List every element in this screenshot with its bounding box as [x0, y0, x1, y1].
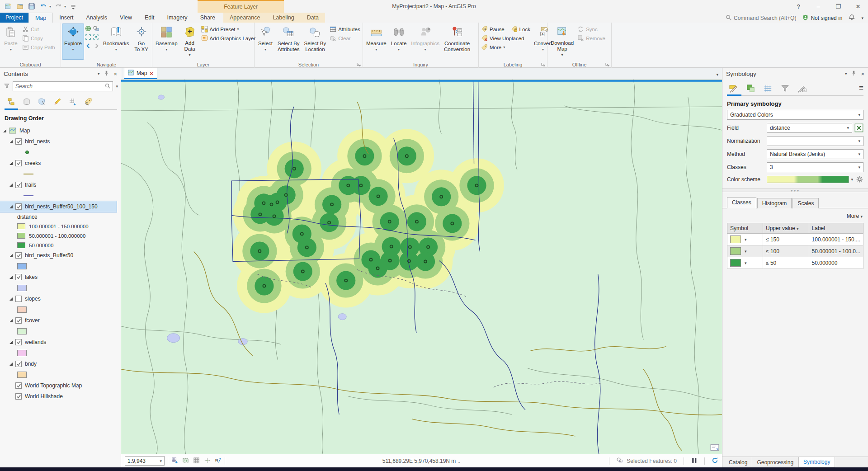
list-by-editing-icon[interactable]	[51, 96, 64, 108]
zoom-to-selection-icon[interactable]	[93, 25, 99, 33]
tree-item-bird_nests_Buffer50_100_150[interactable]: bird_nests_Buffer50_100_150	[0, 201, 117, 212]
layer-checkbox[interactable]	[15, 160, 22, 166]
color-scheme-bar[interactable]	[767, 176, 849, 183]
layer-checkbox[interactable]	[15, 274, 22, 280]
layer-symbol[interactable]	[0, 369, 121, 380]
view-unplaced-button[interactable]: View Unplaced	[480, 34, 532, 42]
edit-vertices-icon[interactable]	[182, 457, 189, 465]
sign-in-status[interactable]: Not signed in	[802, 14, 842, 22]
lock-button[interactable]: Lock	[509, 25, 532, 33]
notifications-icon[interactable]	[849, 14, 855, 22]
go-to-xy-button[interactable]: GoTo XY	[132, 24, 151, 60]
dialog-launcher-icon[interactable]	[541, 62, 546, 67]
open-project-icon[interactable]	[15, 2, 24, 11]
layer-checkbox[interactable]	[15, 182, 22, 188]
measure-button[interactable]: Measure▾	[364, 24, 389, 60]
attributes-button[interactable]: Attributes	[328, 25, 362, 33]
masking-icon[interactable]	[778, 82, 791, 94]
save-project-icon[interactable]	[27, 2, 36, 11]
close-icon[interactable]: ×	[113, 71, 117, 77]
pin-icon[interactable]	[851, 71, 856, 77]
layer-checkbox[interactable]	[15, 382, 22, 389]
layer-symbol[interactable]	[0, 304, 121, 315]
customize-qat-icon[interactable]	[69, 2, 78, 11]
coordinate-conversion-button[interactable]: CoordinateConversion	[442, 24, 472, 60]
layer-symbol[interactable]	[0, 169, 121, 179]
select-by-attributes-button[interactable]: Select ByAttributes	[275, 24, 302, 60]
gear-icon[interactable]	[856, 175, 863, 183]
dock-tab-geoprocessing[interactable]: Geoprocessing	[752, 457, 798, 467]
dock-tab-catalog[interactable]: Catalog	[724, 457, 752, 467]
class-row[interactable]: ▾≤ 150100.000001 - 150....	[727, 234, 863, 245]
restore-button[interactable]: ❐	[828, 0, 848, 13]
vary-symbology-icon[interactable]	[744, 82, 757, 94]
full-extent-icon[interactable]	[85, 25, 91, 33]
dock-tab-symbology[interactable]: Symbology	[798, 457, 835, 467]
layer-symbol[interactable]	[0, 283, 121, 293]
help-button[interactable]: ?	[788, 0, 808, 13]
more-dropdown[interactable]: More ▾	[727, 211, 863, 223]
locate-button[interactable]: Locate▾	[389, 24, 409, 60]
select-button[interactable]: Select▾	[255, 24, 275, 60]
spatial-reference-icon[interactable]	[171, 457, 178, 465]
layer-symbol[interactable]	[0, 326, 121, 337]
more-button[interactable]: More ▾	[480, 43, 532, 51]
list-by-drawing-order-icon[interactable]	[5, 96, 18, 108]
new-project-icon[interactable]	[4, 2, 13, 11]
tab-imagery[interactable]: Imagery	[160, 13, 193, 23]
bookmarks-button[interactable]: Bookmarks▾	[101, 24, 132, 60]
close-view-icon[interactable]: ×	[150, 71, 153, 76]
panel-splitter[interactable]: ●●●	[722, 188, 868, 192]
pause-drawing-icon[interactable]	[691, 457, 698, 465]
col-header-label[interactable]: Label	[809, 223, 863, 234]
panel-menu-icon[interactable]: ▾	[845, 71, 847, 76]
normalization-dropdown[interactable]: ▾	[767, 136, 863, 146]
tab-analysis[interactable]: Analysis	[80, 13, 114, 23]
tab-classes[interactable]: Classes	[727, 197, 756, 208]
add-graphics-layer-button[interactable]: Add Graphics Layer	[200, 34, 257, 42]
copy-path-button[interactable]: Copy Path	[21, 43, 57, 51]
tree-item-bird_nests_Buffer50[interactable]: bird_nests_Buffer50	[0, 250, 121, 261]
advanced-symbology-icon[interactable]	[796, 82, 808, 94]
map-render[interactable]	[121, 80, 722, 454]
primary-symbology-icon[interactable]	[727, 82, 740, 94]
map-view-tab[interactable]: Map ×	[124, 68, 157, 79]
redo-caret-icon[interactable]: ▾	[64, 5, 66, 9]
layer-symbol[interactable]	[0, 348, 121, 358]
layer-symbol[interactable]	[0, 147, 121, 158]
next-extent-icon[interactable]	[93, 42, 100, 51]
download-map-button[interactable]: DownloadMap▾	[548, 24, 576, 60]
col-header-upper-value[interactable]: Upper value ▾	[763, 223, 809, 234]
basemap-button[interactable]: Basemap▾	[153, 24, 180, 60]
tree-item-trails[interactable]: trails	[0, 179, 121, 190]
field-dropdown[interactable]: distance▾	[767, 123, 852, 133]
col-header-symbol[interactable]: Symbol	[727, 223, 763, 234]
legend-class[interactable]: 50.000000	[0, 240, 121, 250]
close-icon[interactable]: ×	[861, 71, 864, 77]
tree-item-wetlands[interactable]: wetlands	[0, 337, 121, 348]
list-by-snapping-icon[interactable]	[66, 96, 80, 108]
minimize-button[interactable]: –	[808, 0, 828, 13]
refresh-icon[interactable]	[712, 457, 718, 465]
undo-caret-icon[interactable]: ▾	[49, 5, 51, 9]
ribbon-collapse-icon[interactable]: ▾	[861, 16, 863, 20]
undo-icon[interactable]	[39, 2, 48, 11]
expression-button[interactable]	[854, 123, 863, 132]
pin-icon[interactable]	[104, 71, 109, 77]
close-button[interactable]: ✕	[848, 0, 868, 13]
infographics-button[interactable]: Infographics▾	[409, 24, 442, 60]
method-dropdown[interactable]: Natural Breaks (Jenks)▾	[767, 149, 863, 159]
scale-dropdown[interactable]: 1:9,943▾	[125, 456, 165, 466]
add-data-button[interactable]: AddData▾	[180, 24, 200, 60]
tree-item-world-topographic-map[interactable]: World Topographic Map	[0, 380, 121, 391]
tree-item-map[interactable]: Map	[0, 125, 121, 136]
tree-item-bird_nests[interactable]: bird_nests	[0, 136, 121, 147]
layer-checkbox[interactable]	[15, 138, 22, 145]
redo-icon[interactable]	[54, 2, 63, 11]
layer-symbol[interactable]	[0, 190, 121, 201]
layer-checkbox[interactable]	[15, 203, 22, 210]
tab-edit[interactable]: Edit	[138, 13, 161, 23]
command-search[interactable]: Command Search (Alt+Q)	[726, 14, 796, 22]
clear-button[interactable]: Clear	[328, 34, 362, 42]
tab-data[interactable]: Data	[301, 13, 325, 23]
